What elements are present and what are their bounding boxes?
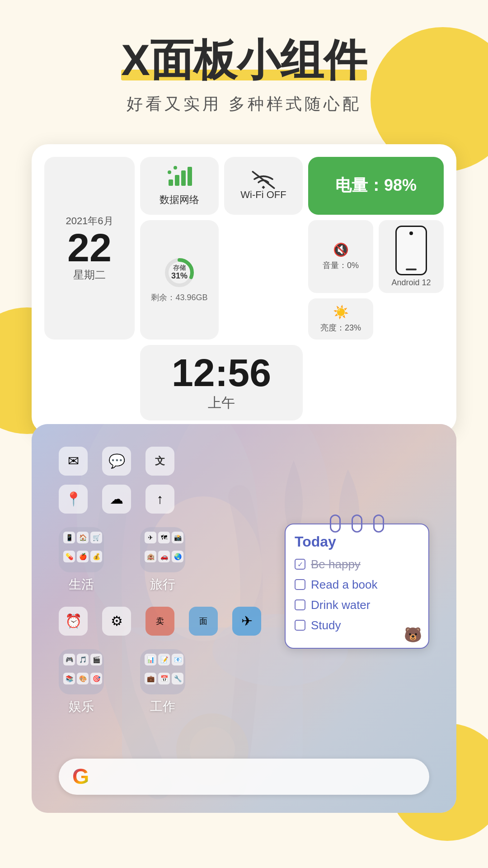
app-row-1: ✉ 💬 文 (59, 447, 429, 476)
app-row-3: ⏰ ⚙ 卖 面 ✈ (59, 607, 429, 636)
app-icon-clock[interactable]: ⏰ (59, 607, 88, 636)
folder-life[interactable]: 📱 🏠 🛒 💊 🍎 💰 生活 (59, 527, 104, 593)
app-icon-store[interactable]: 卖 (145, 607, 174, 636)
wifi-cell[interactable]: Wi-Fi OFF (224, 157, 303, 215)
app-icon-mail[interactable]: ✉ (59, 447, 88, 476)
controls-cell: 🔇 音量：0% Android 12 ☀️ 亮度：23% (308, 220, 444, 340)
folder-entertainment-label: 娱乐 (69, 698, 94, 715)
svg-rect-2 (181, 170, 186, 186)
svg-line-6 (253, 171, 274, 188)
app-icon-upload[interactable]: ↑ (145, 485, 174, 514)
folder-work-label: 工作 (150, 698, 175, 715)
folder-life-icons: 📱 🏠 🛒 💊 🍎 💰 (59, 527, 104, 572)
folder-travel-icons: ✈ 🗺 📸 🏨 🚗 🌏 (140, 527, 185, 572)
clock-time: 12:56 (172, 353, 271, 392)
storage-cell: 存储 31% 剩余：43.96GB (140, 220, 219, 340)
svg-rect-1 (175, 175, 179, 186)
title-section: X面板小组件 好看又实用 多种样式随心配 (121, 36, 367, 115)
phone-content: ✉ 💬 文 📍 ☁ ↑ 📱 🏠 🛒 💊 🍎 (32, 424, 456, 747)
folder-work[interactable]: 📊 📝 📧 💼 📅 🔧 工作 (140, 649, 185, 715)
phone-screen-section: ✉ 💬 文 📍 ☁ ↑ 📱 🏠 🛒 💊 🍎 (32, 424, 456, 813)
network-label: 数据网络 (160, 193, 199, 207)
folder-entertainment-icons: 🎮 🎵 🎬 📚 🎨 🎯 (59, 649, 104, 694)
folders-row-1: 📱 🏠 🛒 💊 🍎 💰 生活 ✈ 🗺 📸 🏨 (59, 527, 429, 593)
phone-widget-cell: Android 12 (379, 220, 444, 293)
google-search-bar[interactable]: G (59, 759, 429, 795)
app-icon-cloud[interactable]: ☁ (102, 485, 131, 514)
date-day: 22 (67, 228, 112, 268)
battery-label: 电量：98% (335, 175, 417, 197)
svg-rect-3 (188, 167, 192, 186)
date-weekday: 星期二 (73, 268, 106, 282)
app-icon-text[interactable]: 文 (145, 447, 174, 476)
wifi-icon (251, 171, 276, 189)
folder-work-icons: 📊 📝 📧 💼 📅 🔧 (140, 649, 185, 694)
storage-percent: 存储 31% (171, 264, 188, 281)
brightness-icon: ☀️ (333, 305, 349, 320)
app-icon-settings[interactable]: ⚙ (102, 607, 131, 636)
brightness-label: 亮度：23% (320, 322, 361, 333)
phone-home-bar (406, 269, 417, 270)
phone-mockup (395, 226, 427, 275)
folder-entertainment[interactable]: 🎮 🎵 🎬 📚 🎨 🎯 娱乐 (59, 649, 104, 715)
date-cell: 2021年6月 22 星期二 (44, 157, 135, 340)
volume-label: 音量：0% (323, 260, 359, 271)
brightness-cell[interactable]: ☀️ 亮度：23% (308, 298, 373, 340)
network-icon (167, 165, 192, 188)
svg-point-4 (168, 170, 171, 174)
wifi-label: Wi-Fi OFF (240, 189, 286, 201)
svg-rect-0 (169, 179, 173, 186)
volume-cell[interactable]: 🔇 音量：0% (308, 220, 373, 293)
data-network-cell[interactable]: 数据网络 (140, 157, 219, 215)
google-icon: G (72, 764, 89, 789)
phone-widget-label: Android 12 (391, 278, 431, 288)
folder-travel[interactable]: ✈ 🗺 📸 🏨 🚗 🌏 旅行 (140, 527, 185, 593)
folder-life-label: 生活 (69, 576, 94, 593)
clock-cell: 12:56 上午 (140, 345, 303, 420)
phone-notch (409, 231, 413, 235)
app-icon-location[interactable]: 📍 (59, 485, 88, 514)
app-icon-panel[interactable]: 面 (189, 607, 218, 636)
widget-panel: 2021年6月 22 星期二 数据网络 (32, 144, 456, 433)
app-icon-message[interactable]: 💬 (102, 447, 131, 476)
storage-ring: 存储 31% (164, 257, 195, 288)
subtitle: 好看又实用 多种样式随心配 (121, 93, 367, 115)
app-icon-telegram[interactable]: ✈ (232, 607, 261, 636)
storage-remaining: 剩余：43.96GB (151, 292, 207, 303)
main-title: X面板小组件 (121, 36, 367, 84)
battery-cell: 电量：98% (308, 157, 444, 215)
volume-icon: 🔇 (333, 242, 349, 257)
folder-travel-label: 旅行 (150, 576, 175, 593)
clock-ampm: 上午 (208, 394, 235, 412)
svg-point-5 (174, 166, 177, 170)
app-row-2: 📍 ☁ ↑ (59, 485, 429, 514)
folders-row-2: 🎮 🎵 🎬 📚 🎨 🎯 娱乐 📊 📝 📧 💼 (59, 649, 429, 715)
